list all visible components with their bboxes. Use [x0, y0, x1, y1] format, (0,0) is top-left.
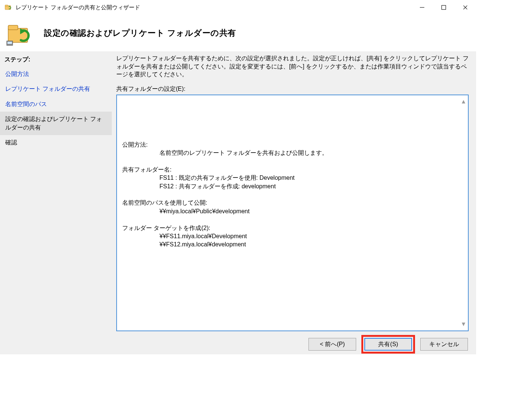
settings-textbox[interactable]: ▲ ▼ 公開方法:名前空間のレプリケート フォルダーを共有および公開します。 共… — [116, 95, 469, 331]
settings-label: 共有フォルダーの設定(E): — [116, 85, 469, 93]
svg-rect-11 — [7, 42, 12, 44]
wizard-app-icon — [4, 4, 12, 11]
close-button[interactable] — [455, 0, 476, 15]
scroll-down-icon[interactable]: ▼ — [460, 320, 466, 328]
share-button-highlight: 共有(S) — [361, 335, 415, 354]
wizard-body: ステップ: 公開方法 レプリケート フォルダーの共有 名前空間のパス 設定の確認… — [0, 51, 476, 334]
wizard-folder-icon — [6, 19, 34, 47]
wizard-footer: < 前へ(P) 共有(S) キャンセル — [0, 334, 476, 354]
svg-rect-8 — [8, 25, 18, 30]
svg-rect-1 — [5, 5, 8, 6]
step-publish-method[interactable]: 公開方法 — [0, 67, 112, 82]
maximize-button[interactable] — [433, 0, 455, 15]
step-share-replicated-folder[interactable]: レプリケート フォルダーの共有 — [0, 82, 112, 96]
steps-sidebar: ステップ: 公開方法 レプリケート フォルダーの共有 名前空間のパス 設定の確認… — [0, 51, 112, 334]
back-button[interactable]: < 前へ(P) — [308, 338, 356, 351]
instructions-text: レプリケートフォルダーを共有するために、次の設定が選択されました。設定が正しけれ… — [116, 54, 469, 79]
cancel-button[interactable]: キャンセル — [420, 338, 468, 351]
settings-content: 公開方法:名前空間のレプリケート フォルダーを共有および公開します。 共有フォル… — [122, 132, 463, 249]
minimize-button[interactable] — [411, 0, 433, 15]
step-review-settings[interactable]: 設定の確認およびレプリケート フォルダーの共有 — [0, 112, 112, 135]
steps-label: ステップ: — [0, 54, 112, 67]
window-title: レプリケート フォルダーの共有と公開ウィザード — [16, 4, 411, 11]
wizard-header: 設定の確認およびレプリケート フォルダーの共有 — [0, 15, 476, 51]
step-namespace-path[interactable]: 名前空間のパス — [0, 97, 112, 112]
share-button[interactable]: 共有(S) — [364, 338, 412, 351]
svg-rect-4 — [442, 6, 446, 10]
scroll-up-icon[interactable]: ▲ — [460, 98, 466, 106]
window-controls — [411, 0, 476, 15]
titlebar: レプリケート フォルダーの共有と公開ウィザード — [0, 0, 476, 15]
page-heading: 設定の確認およびレプリケート フォルダーの共有 — [44, 28, 236, 39]
content-pane: レプリケートフォルダーを共有するために、次の設定が選択されました。設定が正しけれ… — [112, 51, 476, 334]
step-confirmation[interactable]: 確認 — [0, 135, 112, 150]
